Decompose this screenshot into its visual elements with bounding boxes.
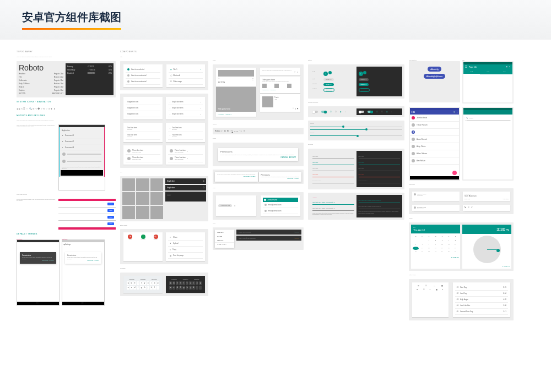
slider-discrete[interactable] [310, 135, 402, 136]
text-field-active[interactable]: Input text [312, 161, 354, 165]
flat-button[interactable]: NORMAL [323, 78, 334, 81]
contacts-phone-panel: ☰ All 🔍 ⋮ Jennifer Smith Trevor Hansen A… [409, 107, 460, 181]
icon-row: ◀ ▶ ✕ ☰ ⋮ 🔍 ⚙ ✎ ➕ ✓ ★ ♡ ⟳ ⬆ ⬇ [17, 106, 116, 111]
dialog-panel: Permissions This app requires permission… [213, 143, 304, 167]
text-field[interactable]: Input text [312, 167, 354, 171]
notification[interactable]: Jennifer Smithtext message [412, 205, 460, 211]
menu[interactable]: PREVIEW SHARE GET LINK MAKE A COPY [215, 230, 234, 248]
textfields-panel: Input text Input text Input text Input t… [308, 149, 404, 189]
time-picker[interactable]: 3:30 PM CANCEL OK [462, 225, 511, 269]
table-row[interactable]: 01First Day0:15 [455, 285, 508, 291]
close-icon[interactable]: ✕ [234, 205, 236, 207]
typo-button: BUTTONMEDIUM 14PT [19, 92, 63, 95]
switch-off[interactable] [312, 111, 318, 113]
themes-label: DEFAULT THEMES [17, 233, 116, 235]
table-row[interactable]: 04Low Like Star3:58 [455, 303, 508, 309]
list-item[interactable]: ◉Wi-Fi▪ [169, 67, 203, 73]
phone-dark-theme: ◀ Settings Permissions Lorem ipsum dolor… [17, 239, 60, 306]
typography-panel: Roboto HeadlineRegular 24pt TitleMedium … [17, 61, 116, 97]
chip[interactable]: ○ Example chip [218, 204, 232, 207]
date-picker[interactable]: 2017Thu, Apr 13 SMTWTFS 12345 6789101112… [411, 225, 460, 269]
list-item[interactable]: Line item unselected [126, 73, 160, 79]
slider[interactable] [310, 127, 402, 127]
components-label: COMPONENTS [120, 51, 208, 53]
typo-desc: Make sure to check out the Roboto font f… [17, 56, 116, 58]
list-item[interactable]: Line item selected [126, 67, 160, 73]
text-field[interactable]: Input text [312, 155, 354, 159]
lists-panel: Line item selected Line item unselected … [120, 61, 208, 90]
textfields-desc-panel: Hint text Input text for a single line f… [308, 193, 404, 220]
buttons-panel: FAB+ FlatNORMAL RaisedNORMAL OutlineBUTT… [308, 64, 404, 99]
pickers-panel: 2017Thu, Apr 13 SMTWTFS 12345 6789101112… [409, 222, 514, 271]
icons-label: SYSTEM ICONS · NAVIGATION [17, 101, 116, 103]
menu-panel: PREVIEW SHARE GET LINK MAKE A COPY Singl… [213, 227, 304, 250]
bottom-toolbar-panel: ⊞☰⋯▦ ⊞☰⋯▦✕ 01First Day0:15 02Last Day6:3… [409, 279, 514, 320]
chip-speech: Abcdefg [428, 67, 441, 72]
table-row[interactable]: 02Last Day6:34 [455, 291, 508, 297]
card[interactable]: This is a card with supporting text belo… [260, 68, 300, 76]
dialog[interactable]: Permissions This app requires permission… [218, 148, 298, 161]
card[interactable]: ♡⋮ BUTTON [216, 68, 256, 86]
chips-panel: ○ Example chip ✕ Contact name email@emai… [213, 192, 304, 220]
page-header: 安卓官方组件库截图 [0, 0, 551, 40]
annot-2: Content and components align to an 8dp s… [17, 199, 56, 230]
grid-panel: Single line ☐ Single line ☐ Two lineSubt… [120, 176, 208, 221]
component-canvas: TYPOGRAPHY Make sure to check out the Ro… [0, 40, 551, 392]
list-item[interactable]: Line item unselected [126, 79, 160, 85]
notifications-panel: Sandra Adamslorem ipsum Incoming callSco… [409, 188, 514, 214]
bottomsheet-panel: MGmail "Hangouts G+Google+ ↗Share ⬆Uploa… [120, 229, 208, 264]
switch-on[interactable] [321, 111, 327, 113]
dialog-panel-2: Lorem ipsum dolor sit amet consectetur a… [213, 170, 304, 184]
phone-metrics: Application ▸Document 1 ▸Document 2 ▸Doc… [58, 124, 105, 190]
text-field-disabled: Disabled input [312, 179, 354, 183]
snackbar-multi: This is a multi-line snackbarACTION [236, 236, 301, 241]
notification[interactable]: Sandra Adamslorem ipsum [412, 192, 460, 202]
keyboard-light[interactable]: qwertyuiop asdfghjkl [126, 280, 160, 291]
lists-panel-2: Single line itemSingle line itemSingle l… [120, 94, 208, 168]
raised-button[interactable]: NORMAL [323, 83, 334, 86]
margin-demo: LINK LINK LINK LINK [58, 199, 116, 230]
snackbar: Single line snackbarACTION [236, 230, 301, 235]
list-item[interactable]: ☐Data usage [169, 79, 203, 85]
notification[interactable]: 📞✉↩ [463, 205, 510, 211]
phone-light-theme: ◀ Settings Permissions Lorem ipsum dolor… [62, 239, 105, 306]
screen-edge-label: Screen edge margins [17, 194, 116, 195]
keyboard-panel: suggestionsuggestionsuggestion qwertyuio… [120, 273, 208, 296]
tabs-panel: ☰ Page title 🔍 ⋮ TABTABTAB [462, 61, 514, 104]
card-media[interactable]: Title goes here ACTION 1 ACTION 2 [216, 87, 256, 117]
keyboard-dark[interactable]: qwertyuiop asdfghjkl [168, 280, 203, 291]
page-title: 安卓官方组件库截图 [22, 10, 121, 25]
metrics-label: METRICS AND KEYLINES [17, 115, 116, 117]
list-item[interactable]: ◯Bluetooth [169, 73, 203, 79]
dark-row-3: Disabled#BDBDBD26% [67, 72, 112, 75]
typography-label: TYPOGRAPHY [17, 51, 116, 53]
sliders-panel: Regular Discrete [308, 121, 404, 140]
annot-text: Lorem ipsum dolor sit amet consectetur a… [17, 124, 56, 190]
text-field-error[interactable]: Input text [312, 173, 354, 177]
switches-panel: ☑☐◉○ ☑☐◉○ [308, 106, 404, 117]
search-input[interactable]: 🔍 Search [465, 116, 511, 120]
chips-speech-panel: Abcdefg Abcdefghijklmno [409, 61, 460, 102]
font-specimen: Roboto [19, 63, 63, 72]
card[interactable]: Title goes here Lorem ipsum dolor sit am… [260, 77, 300, 93]
notification-call[interactable]: Incoming callScott MastersonDISMISSANSWE… [463, 192, 510, 202]
search-phone-panel: 🔍 Search [462, 107, 514, 181]
card[interactable]: TrackArtist ♡ ⋮ ▶ [260, 94, 300, 112]
table-row[interactable]: 05Second New Day5:11 [455, 309, 508, 315]
metrics-desc: Lorem ipsum dolor sit amet adipiscing el… [17, 120, 116, 122]
outline-button[interactable]: BUTTON [323, 88, 334, 92]
loading-panel: Roboto ▾ 11 B I U ≡ ≡ ≡ • 1. ☰ [213, 128, 304, 134]
chip-speech: Abcdefghijklmno [424, 74, 445, 79]
fab-button[interactable]: + [323, 72, 328, 76]
cards-panel: ♡⋮ BUTTON Title goes here ACTION 1 ACTIO… [213, 64, 304, 120]
table-row[interactable]: 03High Angle4:20 [455, 297, 508, 303]
slider[interactable] [310, 129, 402, 130]
fab-button[interactable] [452, 171, 457, 175]
